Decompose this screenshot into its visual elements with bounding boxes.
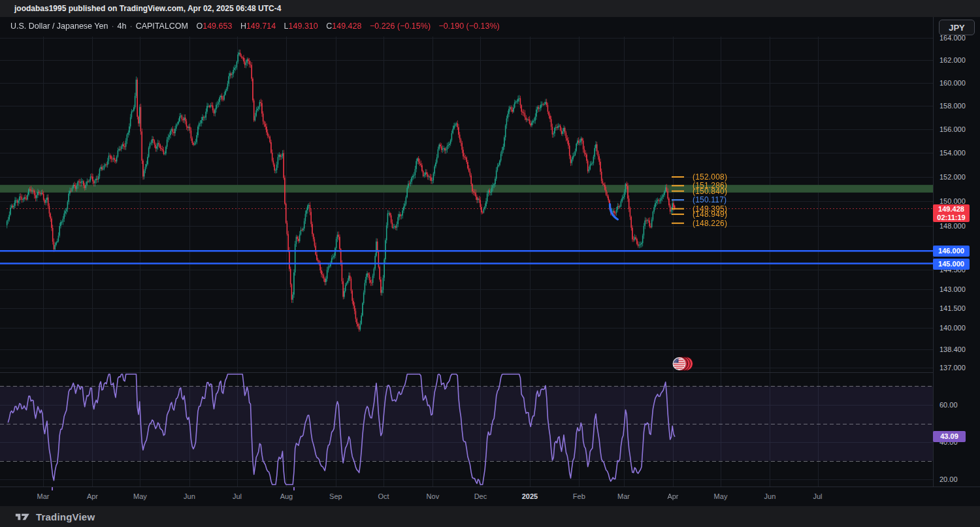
us-flag-icon	[670, 355, 694, 373]
time-tick[interactable]: Jun	[764, 492, 776, 500]
time-tick[interactable]: Mar	[37, 492, 50, 500]
interval-label[interactable]: 4h	[118, 22, 127, 31]
price-chart-canvas[interactable]	[0, 17, 933, 487]
line-price-label-145: 145.000	[933, 259, 970, 270]
rsi-tick: 20.00	[939, 475, 958, 483]
time-tick[interactable]: Jul	[233, 492, 242, 500]
time-tick[interactable]: Oct	[378, 492, 389, 500]
price-tick: 162.000	[939, 56, 966, 64]
change-secondary-value: −0.190 (−0.13%)	[439, 22, 500, 31]
change-value: −0.226 (−0.15%)	[370, 22, 431, 31]
low-label: L	[284, 22, 289, 31]
chart-region: U.S. Dollar / Japanese Yen·4h·CAPITALCOM…	[0, 17, 980, 506]
price-tick: 156.000	[939, 125, 966, 133]
chart-legend[interactable]: U.S. Dollar / Japanese Yen·4h·CAPITALCOM…	[10, 22, 500, 31]
price-tick: 140.000	[939, 324, 966, 332]
time-tick[interactable]: Feb	[573, 492, 585, 500]
close-value: 149.428	[332, 22, 361, 31]
last-price-value: 149.428	[933, 205, 970, 214]
high-label: H	[240, 22, 246, 31]
price-level-label[interactable]: (150.117)	[693, 195, 727, 204]
price-tick: 143.000	[939, 285, 966, 293]
time-tick[interactable]: 2025	[522, 492, 538, 500]
time-tick[interactable]: Apr	[87, 492, 98, 500]
time-tick[interactable]: May	[133, 492, 147, 500]
price-level-label[interactable]: (148.949)	[693, 210, 727, 219]
time-tick[interactable]: Sep	[329, 492, 342, 500]
time-tick[interactable]: May	[714, 492, 728, 500]
price-level-label[interactable]: (152.008)	[693, 172, 727, 182]
us-events-marker[interactable]	[670, 355, 694, 375]
price-level-label[interactable]: (150.840)	[693, 187, 727, 196]
tradingview-snapshot: joodabas1995 published on TradingView.co…	[0, 0, 980, 527]
currency-button[interactable]: JPY	[939, 20, 975, 35]
time-tick[interactable]: Jul	[813, 492, 822, 500]
price-level-label[interactable]: (148.226)	[693, 219, 727, 228]
time-tick[interactable]: Nov	[427, 492, 440, 500]
separator: ·	[129, 22, 132, 31]
low-value: 149.310	[289, 22, 318, 31]
time-tick[interactable]: Dec	[474, 492, 487, 500]
publish-text: joodabas1995 published on TradingView.co…	[14, 4, 281, 13]
open-label: O	[196, 22, 203, 31]
price-tick: 154.000	[939, 149, 966, 157]
tradingview-logo	[14, 511, 31, 522]
open-value: 149.653	[203, 22, 232, 31]
bar-countdown: 02:11:19	[933, 214, 970, 222]
separator: ·	[111, 22, 114, 31]
rsi-value-label: 43.09	[933, 431, 966, 442]
last-price-label: 149.428 02:11:19	[933, 204, 970, 222]
publish-bar: joodabas1995 published on TradingView.co…	[0, 0, 980, 17]
price-tick: 164.000	[939, 34, 966, 42]
price-tick: 148.000	[939, 222, 966, 230]
price-tick: 137.000	[939, 364, 966, 372]
footer: TradingView	[0, 506, 980, 527]
line-price-label-146: 146.000	[933, 246, 970, 257]
time-tick[interactable]: Aug	[280, 492, 293, 500]
time-axis[interactable]: MarAprMayJunJulAugSepOctNovDec2025FebMar…	[0, 487, 980, 506]
brand-name: TradingView	[36, 511, 95, 522]
time-tick[interactable]: Apr	[667, 492, 678, 500]
symbol-title[interactable]: U.S. Dollar / Japanese Yen	[10, 22, 108, 31]
price-tick: 152.000	[939, 173, 966, 181]
exchange-label[interactable]: CAPITALCOM	[136, 22, 188, 31]
rsi-tick: 60.00	[939, 401, 958, 409]
price-tick: 141.500	[939, 304, 966, 312]
time-tick[interactable]: Jun	[184, 492, 195, 500]
time-tick[interactable]: Mar	[617, 492, 630, 500]
price-tick: 160.000	[939, 79, 966, 87]
close-label: C	[326, 22, 332, 31]
price-tick: 158.000	[939, 102, 966, 110]
price-tick: 138.400	[939, 345, 966, 353]
high-value: 149.714	[246, 22, 276, 31]
